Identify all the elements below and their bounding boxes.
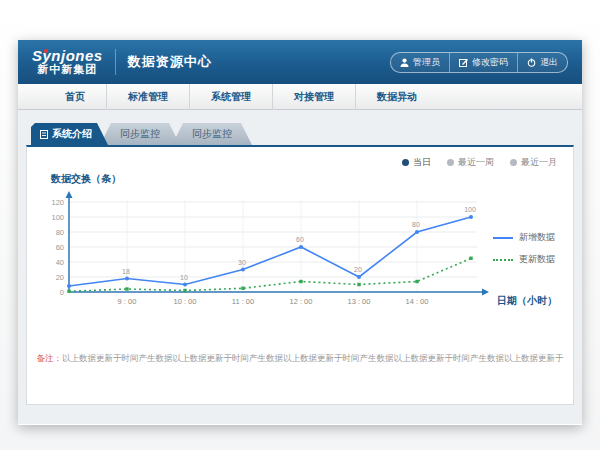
nav-item-docking-management[interactable]: 对接管理 <box>272 84 355 110</box>
nav-item-standard-management[interactable]: 标准管理 <box>106 84 189 110</box>
radio-label: 当日 <box>413 156 431 169</box>
svg-text:11 : 00: 11 : 00 <box>232 297 254 306</box>
svg-text:40: 40 <box>56 258 64 267</box>
radio-dot-icon <box>447 159 454 166</box>
svg-text:18: 18 <box>122 268 130 275</box>
svg-text:100: 100 <box>51 213 64 222</box>
svg-text:100: 100 <box>464 206 476 213</box>
tab-label: 同步监控 <box>192 128 232 139</box>
footnote-prefix: 备注： <box>37 353 63 363</box>
svg-text:60: 60 <box>296 236 304 243</box>
svg-text:12 : 00: 12 : 00 <box>290 297 313 306</box>
svg-text:14 : 00: 14 : 00 <box>406 297 429 306</box>
radio-dot-icon <box>510 159 517 166</box>
logout-button[interactable]: 退出 <box>517 53 567 72</box>
tab-label: 系统介绍 <box>52 123 92 145</box>
line-chart-svg: 0204060801001209 : 0010 : 0011 : 0012 : … <box>39 189 491 311</box>
svg-text:80: 80 <box>412 221 420 228</box>
user-actions-group: 管理员 修改密码 退出 <box>390 52 568 73</box>
change-password-button[interactable]: 修改密码 <box>449 53 517 72</box>
svg-text:120: 120 <box>51 198 64 207</box>
svg-text:30: 30 <box>238 259 246 266</box>
svg-text:20: 20 <box>56 273 64 282</box>
radio-last-month[interactable]: 最近一月 <box>510 156 557 169</box>
nav-item-data-changes[interactable]: 数据异动 <box>355 84 438 110</box>
radio-label: 最近一周 <box>458 156 494 169</box>
nav-item-system-management[interactable]: 系统管理 <box>189 84 272 110</box>
radio-label: 最近一月 <box>521 156 557 169</box>
tab-sync-monitor-2[interactable]: 同步监控 <box>172 123 252 145</box>
header-divider <box>115 49 116 75</box>
footnote-text: 以上数据更新于时间产生数据以上数据更新于时间产生数据以上数据更新于时间产生数据以… <box>62 353 564 363</box>
page-title: 数据资源中心 <box>128 53 212 71</box>
power-icon <box>527 58 536 67</box>
solid-line-swatch-icon <box>493 237 513 239</box>
svg-text:9 : 00: 9 : 00 <box>118 297 137 306</box>
logo-brand-text: Synjones <box>32 48 103 64</box>
logout-label: 退出 <box>540 56 558 69</box>
tab-sync-monitor-1[interactable]: 同步监控 <box>100 123 180 145</box>
legend-new-data: 新增数据 <box>493 231 555 244</box>
current-user-button[interactable]: 管理员 <box>391 53 449 72</box>
logo-company-name: 新中新集团 <box>37 64 97 76</box>
dotted-line-swatch-icon <box>493 259 513 261</box>
main-nav: 首页 标准管理 系统管理 对接管理 数据异动 <box>18 84 582 110</box>
tab-system-introduction[interactable]: 系统介绍 <box>31 123 108 145</box>
company-logo: Synjones 新中新集团 <box>32 48 103 75</box>
radio-today[interactable]: 当日 <box>402 156 431 169</box>
app-window: Synjones 新中新集团 数据资源中心 管理员 修改密码 <box>18 40 582 425</box>
svg-text:10 : 00: 10 : 00 <box>174 297 197 306</box>
edit-pencil-icon <box>459 58 468 67</box>
legend-label: 新增数据 <box>519 231 555 244</box>
y-axis-title: 数据交换（条） <box>51 172 121 186</box>
tab-bar: 系统介绍 同步监控 同步监控 <box>31 123 574 145</box>
nav-item-home[interactable]: 首页 <box>44 84 106 110</box>
document-icon <box>40 130 48 139</box>
svg-text:60: 60 <box>56 243 64 252</box>
svg-text:13 : 00: 13 : 00 <box>348 297 371 306</box>
line-chart: 0204060801001209 : 0010 : 0011 : 0012 : … <box>39 189 491 315</box>
tab-label: 同步监控 <box>120 128 160 139</box>
legend-updated-data: 更新数据 <box>493 253 555 266</box>
chart-panel: 当日 最近一周 最近一月 数据交换（条） 0204060801001209 : … <box>26 145 574 405</box>
current-user-label: 管理员 <box>413 56 440 69</box>
svg-text:10: 10 <box>180 274 188 281</box>
content-area: 系统介绍 同步监控 同步监控 当日 最近一周 <box>18 110 582 424</box>
svg-text:0: 0 <box>60 288 64 297</box>
user-icon <box>400 58 409 67</box>
svg-text:20: 20 <box>354 266 362 273</box>
time-range-filter: 当日 最近一周 最近一月 <box>402 156 557 169</box>
svg-text:80: 80 <box>56 228 64 237</box>
radio-last-week[interactable]: 最近一周 <box>447 156 494 169</box>
chart-legend: 新增数据 更新数据 <box>493 231 555 266</box>
app-header: Synjones 新中新集团 数据资源中心 管理员 修改密码 <box>18 40 582 84</box>
change-password-label: 修改密码 <box>472 56 508 69</box>
footnote: 备注：以上数据更新于时间产生数据以上数据更新于时间产生数据以上数据更新于时间产生… <box>27 353 573 365</box>
x-axis-title: 日期（小时） <box>497 294 557 308</box>
radio-dot-icon <box>402 159 409 166</box>
legend-label: 更新数据 <box>519 253 555 266</box>
